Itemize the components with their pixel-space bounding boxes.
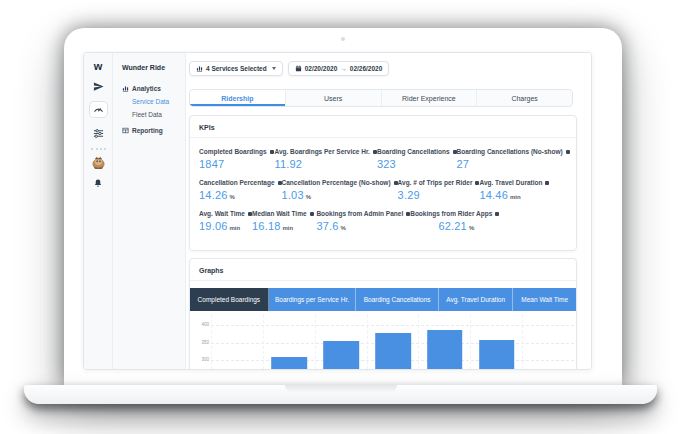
kpi-unit: % bbox=[306, 194, 311, 200]
nav-item-fleet-data[interactable]: Fleet Data bbox=[132, 111, 185, 118]
section-tabs: Ridership Users Rider Experience Charges bbox=[189, 89, 573, 107]
tab-rider-experience[interactable]: Rider Experience bbox=[382, 90, 478, 106]
kpi-value: 27 bbox=[457, 158, 470, 170]
icon-rail: w bbox=[84, 53, 113, 369]
info-icon[interactable] bbox=[566, 150, 570, 154]
chart-tab-avg-travel-duration[interactable]: Avg. Travel Duration bbox=[439, 288, 513, 311]
tab-ridership[interactable]: Ridership bbox=[190, 90, 286, 106]
laptop-base bbox=[24, 385, 657, 404]
kpi-label: Avg. Wait Time bbox=[199, 210, 245, 217]
services-selector[interactable]: 4 Services Selected bbox=[189, 61, 283, 76]
wunder-logo-icon[interactable]: w bbox=[94, 61, 103, 71]
kpi-label: Cancellation Percentage bbox=[199, 179, 275, 186]
nav-item-service-data[interactable]: Service Data bbox=[132, 98, 185, 105]
chart-tab-completed-boardings[interactable]: Completed Boardings bbox=[190, 288, 269, 311]
app-window: w bbox=[83, 52, 592, 370]
topbar: 4 Services Selected 02/20/2020 → 02/26/2… bbox=[189, 61, 389, 76]
info-icon[interactable] bbox=[495, 212, 499, 216]
bar[interactable] bbox=[479, 340, 515, 370]
bell-icon[interactable] bbox=[93, 177, 103, 188]
date-end: 02/26/2020 bbox=[350, 65, 383, 72]
paper-plane-icon[interactable] bbox=[93, 81, 104, 92]
bar-chart-icon bbox=[196, 65, 203, 72]
info-icon[interactable] bbox=[270, 150, 274, 154]
chart-tab-boardings-per-service-hr[interactable]: Boardings per Service Hr. bbox=[269, 288, 357, 311]
main-content: 4 Services Selected 02/20/2020 → 02/26/2… bbox=[186, 53, 591, 369]
nav-item-analytics[interactable]: Analytics bbox=[122, 85, 185, 92]
info-icon[interactable] bbox=[545, 181, 549, 185]
y-tick-label: 350 bbox=[201, 340, 209, 345]
kpi-label: Completed Boardings bbox=[199, 148, 267, 155]
kpi-item: Boarding Cancellations (No-show) 27 bbox=[457, 148, 570, 170]
kpi-value: 37.6 bbox=[316, 220, 338, 232]
page: w bbox=[0, 0, 682, 434]
kpi-label: Median Wait Time bbox=[252, 210, 307, 217]
sliders-icon[interactable] bbox=[93, 128, 104, 139]
brand-title: Wunder Ride bbox=[122, 64, 185, 71]
chart-slot bbox=[263, 315, 315, 370]
chart-slot bbox=[470, 315, 522, 370]
rail-divider bbox=[91, 148, 106, 150]
kpi-label: Avg. # of Trips per Rider bbox=[398, 179, 473, 186]
kpi-label: Cancellation Percentage (No-show) bbox=[282, 179, 391, 186]
bar[interactable] bbox=[271, 357, 307, 370]
base-notch bbox=[285, 385, 397, 393]
y-tick-label: 400 bbox=[201, 322, 209, 327]
nav-panel: Wunder Ride Analytics Service Data Fleet… bbox=[113, 53, 186, 369]
table-icon bbox=[122, 127, 129, 134]
kpi-label: Avg. Travel Duration bbox=[479, 179, 542, 186]
nav-item-reporting[interactable]: Reporting bbox=[122, 127, 185, 134]
bar[interactable] bbox=[427, 330, 463, 370]
kpi-unit: % bbox=[230, 194, 235, 200]
tab-charges[interactable]: Charges bbox=[477, 90, 572, 106]
date-start: 02/20/2020 bbox=[305, 65, 338, 72]
chart-tab-boarding-cancellations[interactable]: Boarding Cancellations bbox=[356, 288, 439, 311]
bar[interactable] bbox=[323, 341, 359, 370]
kpi-row: Cancellation Percentage 14.26% Cancellat… bbox=[199, 179, 567, 201]
date-range-picker[interactable]: 02/20/2020 → 02/26/2020 bbox=[288, 61, 390, 76]
kpi-item: Boarding Cancellations 323 bbox=[377, 148, 457, 170]
y-tick-label: 300 bbox=[201, 357, 209, 362]
kpi-unit: % bbox=[341, 225, 346, 231]
chart-slot bbox=[315, 315, 367, 370]
chart-tabs: Completed Boardings Boardings per Servic… bbox=[190, 288, 576, 311]
bar-chart-icon bbox=[122, 85, 129, 92]
kpi-row: Avg. Wait Time 19.06min Median Wait Time… bbox=[199, 210, 567, 232]
kpi-item: Avg. # of Trips per Rider 3.29 bbox=[398, 179, 480, 201]
kpi-unit: % bbox=[469, 225, 474, 231]
kpi-value: 14.26 bbox=[199, 189, 228, 201]
kpi-label: Boarding Cancellations (No-show) bbox=[457, 148, 563, 155]
kpi-item: Avg. Wait Time 19.06min bbox=[199, 210, 252, 232]
chevron-down-icon bbox=[272, 67, 276, 70]
kpi-item: Bookings from Rider Apps 62.21% bbox=[410, 210, 567, 232]
kpi-value: 1.03 bbox=[282, 189, 304, 201]
laptop-screen: w bbox=[64, 28, 622, 385]
kpi-value: 323 bbox=[377, 158, 396, 170]
nav-item-label: Reporting bbox=[132, 127, 163, 134]
bar[interactable] bbox=[375, 333, 411, 370]
kpi-item: Completed Boardings 1847 bbox=[199, 148, 274, 170]
avatar[interactable] bbox=[91, 155, 106, 170]
info-icon[interactable] bbox=[310, 212, 314, 216]
kpi-value: 14.46 bbox=[479, 189, 508, 201]
kpi-unit: min bbox=[283, 225, 294, 231]
kpi-row: Completed Boardings 1847 Avg. Boardings … bbox=[199, 148, 567, 170]
kpi-item: Avg. Travel Duration 14.46min bbox=[479, 179, 567, 201]
tab-users[interactable]: Users bbox=[286, 90, 382, 106]
bar-chart: 400350300 bbox=[198, 315, 574, 370]
kpi-label: Boarding Cancellations bbox=[377, 148, 450, 155]
graphs-card: Graphs Completed Boardings Boardings per… bbox=[189, 258, 577, 370]
chart-plot bbox=[211, 315, 574, 370]
kpis-title: KPIs bbox=[190, 116, 576, 138]
kpi-item: Bookings from Admin Panel 37.6% bbox=[316, 210, 410, 232]
kpi-value: 19.06 bbox=[199, 220, 228, 232]
kpi-item: Median Wait Time 16.18min bbox=[252, 210, 316, 232]
kpi-value: 11.92 bbox=[274, 158, 302, 170]
chart-slot bbox=[522, 315, 574, 370]
kpi-label: Bookings from Admin Panel bbox=[316, 210, 403, 217]
kpi-unit: min bbox=[230, 225, 241, 231]
speedometer-icon[interactable] bbox=[89, 101, 108, 118]
kpi-label: Avg. Boardings Per Service Hr. bbox=[274, 148, 370, 155]
kpi-value: 62.21 bbox=[438, 220, 467, 232]
chart-tab-mean-wait-time[interactable]: Mean Wait Time bbox=[513, 288, 576, 311]
